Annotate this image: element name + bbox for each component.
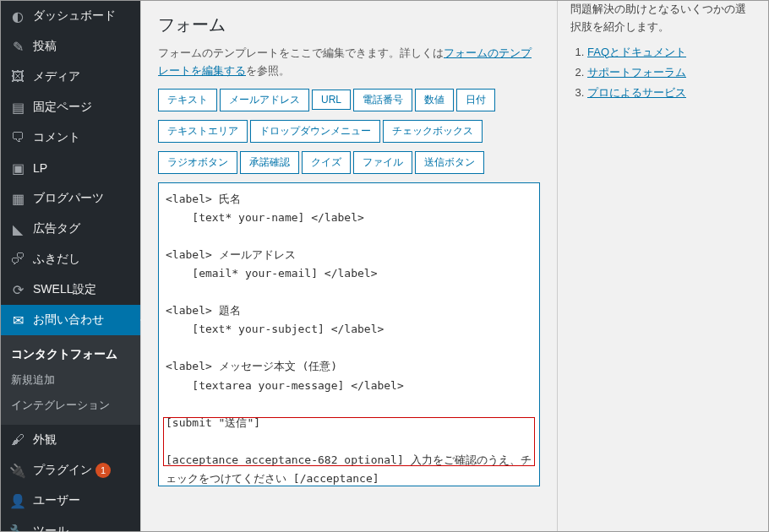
menu-icon: ✉ (9, 312, 26, 328)
sidebar-item-4[interactable]: 🗨コメント (1, 122, 140, 153)
menu-icon: ▤ (9, 99, 26, 116)
tag-button[interactable]: 日付 (456, 89, 495, 111)
tag-button[interactable]: テキストエリア (158, 120, 248, 143)
tag-button[interactable]: テキスト (158, 89, 217, 111)
sidebar-bottom-0[interactable]: 🖌外観 (1, 425, 140, 455)
sidebar-item-6[interactable]: ▦ブログパーツ (1, 183, 140, 214)
tag-row-1: テキストメールアドレスURL電話番号数値日付 (158, 89, 540, 115)
tag-button[interactable]: ドロップダウンメニュー (250, 120, 380, 143)
submenu-item-0[interactable]: 新規追加 (1, 367, 140, 393)
help-panel: 問題解決の助けとなるいくつかの選択肢を紹介します。 FAQとドキュメントサポート… (557, 1, 768, 531)
tag-button[interactable]: メールアドレス (220, 89, 309, 111)
menu-icon: 🖌 (9, 432, 26, 448)
menu-icon: ⟳ (9, 281, 26, 298)
sidebar-item-9[interactable]: ⟳SWELL設定 (1, 274, 140, 305)
help-link[interactable]: FAQとドキュメント (587, 46, 686, 58)
tag-button[interactable]: チェックボックス (383, 120, 483, 143)
menu-icon: 🗪 (9, 251, 26, 268)
help-link-item: FAQとドキュメント (587, 45, 755, 60)
submenu-title: コンタクトフォーム (1, 342, 140, 367)
sidebar-bottom-2[interactable]: 👤ユーザー (1, 486, 140, 516)
help-link-item: プロによるサービス (587, 85, 755, 100)
menu-icon: 🗨 (9, 129, 26, 146)
help-intro: 問題解決の助けとなるいくつかの選択肢を紹介します。 (570, 1, 755, 36)
tag-button[interactable]: 送信ボタン (415, 151, 484, 174)
form-template-textarea[interactable] (158, 182, 540, 486)
sidebar-item-7[interactable]: ◣広告タグ (1, 214, 140, 244)
menu-icon: 🔧 (9, 523, 26, 532)
tag-button[interactable]: 電話番号 (353, 89, 412, 111)
tag-button[interactable]: ラジオボタン (158, 151, 237, 174)
admin-sidebar: ◐ダッシュボード✎投稿🖾メディア▤固定ページ🗨コメント▣LP▦ブログパーツ◣広告… (1, 1, 140, 531)
menu-icon: 👤 (9, 492, 26, 509)
main-area: フォーム フォームのテンプレートをここで編集できます。詳しくはフォームのテンプレ… (140, 1, 768, 531)
sidebar-item-8[interactable]: 🗪ふきだし (1, 244, 140, 274)
tag-button[interactable]: 数値 (415, 89, 454, 111)
tag-row-3: ラジオボタン承諾確認クイズファイル送信ボタン (158, 151, 540, 177)
sidebar-item-0[interactable]: ◐ダッシュボード (1, 1, 140, 31)
sidebar-bottom-3[interactable]: 🔧ツール (1, 516, 140, 532)
menu-icon: ▦ (9, 190, 26, 207)
help-link-item: サポートフォーラム (587, 65, 755, 80)
sidebar-item-3[interactable]: ▤固定ページ (1, 92, 140, 122)
menu-icon: ◣ (9, 220, 26, 237)
tag-button[interactable]: クイズ (302, 151, 351, 174)
form-title: フォーム (158, 14, 540, 36)
menu-icon: ▣ (9, 160, 26, 176)
help-link[interactable]: サポートフォーラム (587, 66, 686, 79)
tag-button[interactable]: ファイル (353, 151, 412, 174)
tag-row-2: テキストエリアドロップダウンメニューチェックボックス (158, 120, 540, 146)
help-link[interactable]: プロによるサービス (587, 86, 686, 99)
submenu-item-1[interactable]: インテグレーション (1, 393, 140, 418)
menu-icon: 🖾 (9, 68, 26, 85)
form-description: フォームのテンプレートをここで編集できます。詳しくはフォームのテンプレートを編集… (158, 45, 540, 80)
update-badge: 1 (95, 463, 111, 478)
sidebar-bottom-1[interactable]: 🔌プラグイン1 (1, 455, 140, 486)
sidebar-item-5[interactable]: ▣LP (1, 153, 140, 183)
sidebar-item-2[interactable]: 🖾メディア (1, 62, 140, 92)
form-editor-panel: フォーム フォームのテンプレートをここで編集できます。詳しくはフォームのテンプレ… (140, 1, 557, 531)
tag-button[interactable]: URL (312, 90, 351, 110)
menu-icon: ◐ (9, 8, 26, 24)
sidebar-item-1[interactable]: ✎投稿 (1, 31, 140, 62)
menu-icon: ✎ (9, 38, 26, 55)
menu-icon: 🔌 (9, 462, 26, 479)
sidebar-item-10[interactable]: ✉お問い合わせ (1, 305, 140, 335)
submenu: コンタクトフォーム 新規追加インテグレーション (1, 335, 140, 425)
tag-button[interactable]: 承諾確認 (240, 151, 299, 174)
